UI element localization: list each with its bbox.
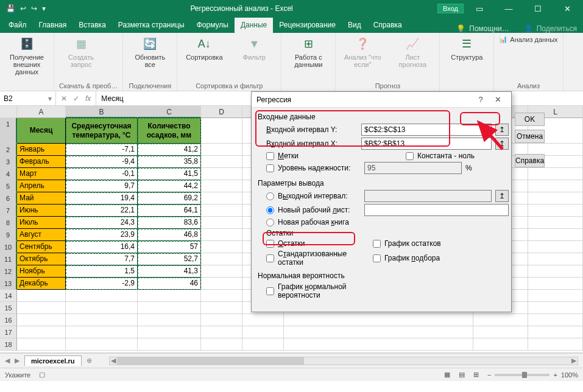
fx-icon[interactable]: fx	[85, 94, 91, 103]
checkbox-normal-plot[interactable]	[266, 287, 274, 295]
radio-new-workbook[interactable]	[266, 219, 274, 226]
window-title: Регрессионный анализ - Excel	[46, 4, 437, 13]
minimize-icon[interactable]: —	[495, 4, 522, 13]
label-std-residuals: Стандартизованные остатки	[278, 250, 369, 267]
macro-record-icon[interactable]: ▢	[39, 371, 45, 379]
filter-button[interactable]: ▼Фильтр	[232, 35, 276, 61]
tell-me-icon[interactable]: 💡	[456, 24, 465, 33]
zoom-slider[interactable]	[495, 374, 549, 376]
checkbox-confidence[interactable]	[266, 164, 274, 172]
col-header-a[interactable]: A	[17, 106, 66, 118]
horizontal-scrollbar[interactable]: ◀▶	[109, 357, 578, 365]
qat-dropdown-icon[interactable]: ▾	[42, 4, 46, 13]
range-picker-x-icon[interactable]: ↥	[495, 138, 509, 150]
dialog-close-icon[interactable]: ✕	[489, 95, 506, 104]
close-icon[interactable]: ✕	[554, 4, 581, 13]
checkbox-const-zero[interactable]	[406, 152, 414, 160]
zoom-out-icon[interactable]: −	[487, 371, 491, 379]
undo-icon[interactable]: ↩	[20, 4, 26, 13]
zoom-level[interactable]: 100%	[561, 371, 578, 379]
label-new-workbook: Новая рабочая книга	[278, 218, 369, 226]
forecast-sheet-button[interactable]: 📈Лист прогноза	[390, 35, 434, 68]
group-label-sort-filter: Сортировка и фильтр	[182, 81, 276, 89]
checkbox-residuals[interactable]	[266, 240, 274, 248]
checkbox-fit-plot[interactable]	[373, 254, 381, 262]
sheet-nav-prev-icon[interactable]: ◀	[5, 357, 10, 365]
tab-data[interactable]: Данные	[235, 18, 273, 33]
tab-home[interactable]: Главная	[33, 18, 73, 33]
section-normal-prob: Нормальная вероятность	[258, 271, 509, 280]
label-percent: %	[465, 164, 472, 172]
checkbox-std-residuals[interactable]	[266, 254, 274, 262]
col-header-b[interactable]: B	[66, 106, 138, 118]
ribbon-options-icon[interactable]: ▭	[466, 4, 493, 13]
database-icon: 🗄️	[18, 35, 35, 52]
label-new-sheet: Новый рабочий лист:	[278, 206, 361, 214]
ribbon: 🗄️Получение внешних данных ▦Создать запр…	[0, 33, 583, 91]
ribbon-tabs: Файл Главная Вставка Разметка страницы Ф…	[0, 17, 583, 33]
share-button[interactable]: Поделиться	[537, 24, 577, 33]
input-new-sheet-name[interactable]	[364, 204, 509, 216]
checkbox-labels[interactable]	[266, 152, 274, 160]
tab-view[interactable]: Вид	[342, 18, 367, 33]
tab-formulas[interactable]: Формулы	[191, 18, 235, 33]
view-pagebreak-icon[interactable]: ⊞	[473, 371, 479, 379]
cancel-formula-icon[interactable]: ✕	[61, 94, 67, 103]
zoom-in-icon[interactable]: +	[553, 371, 557, 379]
tab-insert[interactable]: Вставка	[72, 18, 112, 33]
group-label-forecast: Прогноз	[341, 81, 434, 89]
range-picker-y-icon[interactable]: ↥	[495, 124, 509, 136]
input-x-range[interactable]	[361, 138, 492, 150]
refresh-all-button[interactable]: 🔄Обновить все	[128, 35, 172, 68]
dialog-help-icon[interactable]: ?	[472, 95, 489, 104]
name-box[interactable]: B2▾	[0, 91, 56, 105]
sheet-nav-next-icon[interactable]: ▶	[15, 357, 19, 365]
label-residual-plot: График остатков	[384, 239, 476, 248]
sort-button[interactable]: A↓Сортировка	[182, 35, 226, 61]
view-normal-icon[interactable]: ▦	[444, 371, 450, 379]
radio-new-sheet[interactable]	[266, 206, 274, 214]
tab-file[interactable]: Файл	[2, 18, 33, 33]
redo-icon[interactable]: ↪	[31, 4, 37, 13]
get-external-data-button[interactable]: 🗄️Получение внешних данных	[5, 35, 49, 75]
whatif-button[interactable]: ❓Анализ "что если"	[341, 35, 384, 68]
sheet-tab-active[interactable]: microexcel.ru	[24, 355, 82, 366]
outline-button[interactable]: ☰Структура	[445, 35, 489, 61]
tab-help[interactable]: Справка	[367, 18, 408, 33]
accept-formula-icon[interactable]: ✓	[73, 94, 79, 103]
outline-icon: ☰	[458, 35, 475, 52]
checkbox-residual-plot[interactable]	[373, 240, 381, 248]
tell-me-label[interactable]: Помощни…	[469, 24, 509, 33]
tab-layout[interactable]: Разметка страницы	[112, 18, 191, 33]
group-label-connections: Подключения	[128, 81, 172, 89]
data-tools-button[interactable]: ⊞Работа с данными	[286, 35, 330, 68]
select-all-cells[interactable]	[0, 106, 17, 118]
col-header-c[interactable]: C	[138, 106, 201, 118]
sign-in-button[interactable]: Вход	[437, 4, 464, 13]
share-icon[interactable]: 👤	[524, 24, 533, 33]
new-sheet-button[interactable]: ⊕	[87, 357, 92, 365]
new-query-button[interactable]: ▦Создать запрос	[59, 35, 103, 68]
input-y-range[interactable]	[361, 124, 492, 136]
tab-review[interactable]: Рецензирование	[273, 18, 342, 33]
col-header-d[interactable]: D	[201, 106, 242, 118]
query-icon: ▦	[72, 35, 90, 52]
maximize-icon[interactable]: ☐	[525, 4, 551, 13]
ok-button[interactable]: OK	[515, 113, 545, 126]
help-button[interactable]: Справка	[515, 154, 545, 167]
chevron-down-icon[interactable]: ▾	[48, 94, 52, 103]
label-x-range: Входной интервал X:	[266, 139, 358, 148]
label-const-zero: Константа - ноль	[417, 152, 509, 160]
view-pagelayout-icon[interactable]: ▤	[459, 371, 465, 379]
save-icon[interactable]: 💾	[6, 4, 15, 13]
cancel-button[interactable]: Отмена	[515, 130, 545, 143]
status-mode: Укажите	[5, 371, 30, 379]
radio-output-range[interactable]	[266, 192, 274, 200]
datatools-icon: ⊞	[300, 35, 317, 52]
range-picker-out-icon[interactable]: ↥	[495, 190, 509, 202]
funnel-icon: ▼	[246, 35, 263, 52]
group-label-get-transform: Скачать & преоб…	[59, 81, 118, 89]
sheet-tab-bar: ◀▶ microexcel.ru ⊕ ◀▶	[0, 353, 583, 368]
data-analysis-button[interactable]: 📊Анализ данных	[499, 35, 557, 43]
section-output: Параметры вывода	[258, 179, 509, 187]
